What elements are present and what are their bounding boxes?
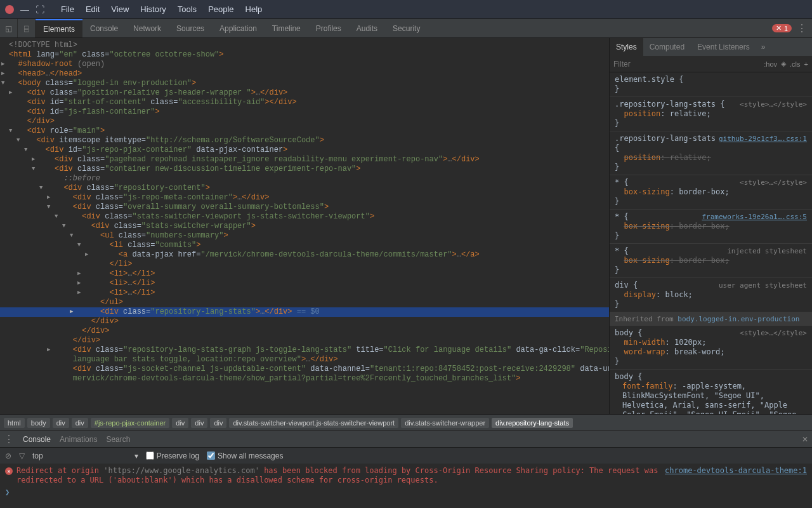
- dom-line[interactable]: ▶ <div class="js-repo-meta-container">…<…: [9, 193, 609, 203]
- tab-console[interactable]: Console: [82, 19, 126, 37]
- console-output[interactable]: ✕ Redirect at origin 'https://www.google…: [0, 464, 812, 508]
- add-rule-button[interactable]: +: [804, 60, 808, 68]
- menu-people[interactable]: People: [208, 4, 233, 14]
- dom-line-selected[interactable]: ▶ <div class="repository-lang-stats">…</…: [0, 307, 609, 317]
- crumb[interactable]: div.stats-switcher-wrapper: [401, 418, 489, 428]
- close-icon[interactable]: [5, 5, 14, 14]
- dom-line[interactable]: ::before: [9, 174, 609, 184]
- tab-application[interactable]: Application: [212, 19, 265, 37]
- menu-tools[interactable]: Tools: [178, 4, 197, 14]
- crumb[interactable]: #js-repo-pjax-container: [91, 418, 170, 428]
- tab-audits[interactable]: Audits: [349, 19, 385, 37]
- sidebar-tab-styles[interactable]: Styles: [610, 38, 643, 56]
- dom-line[interactable]: ▶ <head>…</head>: [9, 69, 609, 79]
- crumb[interactable]: div: [72, 418, 88, 428]
- dom-breadcrumbs[interactable]: html body div div #js-repo-pjax-containe…: [0, 414, 812, 431]
- dom-line[interactable]: ▶ <li>…</li>: [9, 269, 609, 279]
- dom-line[interactable]: ▶ <div class="repository-lang-stats-grap…: [9, 345, 609, 364]
- preserve-log-checkbox[interactable]: Preserve log: [146, 451, 199, 460]
- crumb[interactable]: html: [4, 418, 25, 428]
- dom-line[interactable]: </div>: [9, 317, 609, 326]
- clear-console-icon[interactable]: ⊘: [5, 451, 11, 460]
- style-source[interactable]: injected stylesheet: [727, 246, 807, 256]
- crumb[interactable]: div: [53, 418, 69, 428]
- crumb[interactable]: body: [27, 418, 50, 428]
- sidebar-more-icon[interactable]: »: [756, 38, 771, 56]
- menu-edit[interactable]: Edit: [86, 4, 100, 14]
- tab-sources[interactable]: Sources: [169, 19, 212, 37]
- dom-line[interactable]: ▼ <div itemscope itemtype="http://schema…: [9, 136, 609, 145]
- dom-line[interactable]: ▼ <li class="commits">: [9, 241, 609, 250]
- cls-button[interactable]: .cls: [790, 60, 801, 68]
- style-selector[interactable]: *: [615, 212, 619, 221]
- style-source[interactable]: <style>…</style>: [740, 328, 807, 338]
- style-selector[interactable]: body: [615, 372, 633, 381]
- dom-line[interactable]: ▼ <div class="overall-summary overall-su…: [9, 203, 609, 212]
- dom-line[interactable]: ▼ <div class="stats-switcher-wrapper">: [9, 222, 609, 231]
- crumb-selected[interactable]: div.repository-lang-stats: [492, 418, 573, 428]
- tab-security[interactable]: Security: [385, 19, 428, 37]
- style-selector[interactable]: *: [615, 178, 619, 187]
- style-selector[interactable]: div: [615, 281, 629, 290]
- console-prompt-icon[interactable]: ❯: [5, 488, 807, 497]
- drawer-tab-console[interactable]: Console: [23, 435, 51, 444]
- context-selector[interactable]: top ▾: [32, 451, 138, 460]
- sidebar-tab-computed[interactable]: Computed: [643, 38, 691, 56]
- menu-help[interactable]: Help: [246, 4, 263, 14]
- menu-history[interactable]: History: [140, 4, 166, 14]
- menu-file[interactable]: File: [61, 4, 74, 14]
- device-toggle-icon[interactable]: ⌸: [18, 19, 36, 37]
- style-selector[interactable]: *: [615, 246, 619, 255]
- console-source-link[interactable]: chrome-devtools-darcula-theme:1: [665, 466, 807, 485]
- drawer-tab-animations[interactable]: Animations: [60, 435, 97, 444]
- dom-line[interactable]: ▼ <div class="repository-content">: [9, 184, 609, 193]
- drawer-tab-search[interactable]: Search: [106, 435, 130, 444]
- filter-icon[interactable]: ▽: [19, 451, 25, 460]
- drawer-menu-icon[interactable]: ⋮: [4, 433, 14, 445]
- dom-line[interactable]: ▶ #shadow-root (open): [9, 60, 609, 69]
- show-all-checkbox[interactable]: Show all messages: [207, 451, 283, 460]
- elements-tree[interactable]: <!DOCTYPE html> <html lang="en" class="o…: [0, 38, 609, 414]
- filter-input[interactable]: [613, 60, 760, 69]
- crumb[interactable]: div: [172, 418, 188, 428]
- minimize-icon[interactable]: —: [20, 4, 29, 15]
- dom-line[interactable]: <div class="js-socket-channel js-updatab…: [9, 364, 609, 384]
- hov-button[interactable]: :hov: [764, 60, 777, 68]
- style-selector[interactable]: .repository-lang-stats: [615, 134, 716, 143]
- console-error-message[interactable]: ✕ Redirect at origin 'https://www.google…: [5, 466, 807, 485]
- style-selector[interactable]: .repository-lang-stats: [615, 100, 716, 109]
- menu-view[interactable]: View: [111, 4, 129, 14]
- dom-line[interactable]: ▶ <div class="pagehead repohead instapap…: [9, 155, 609, 164]
- dom-line[interactable]: ▼ <div id="js-repo-pjax-container" data-…: [9, 145, 609, 155]
- styles-pane[interactable]: element.style { } <style>…</style> .repo…: [610, 72, 812, 414]
- dom-line[interactable]: <!DOCTYPE html>: [9, 41, 609, 50]
- dom-line[interactable]: ▶ <li>…</li>: [9, 279, 609, 288]
- style-source[interactable]: <style>…</style>: [740, 100, 807, 109]
- dom-line[interactable]: </ul>: [9, 298, 609, 307]
- maximize-icon[interactable]: ⛶: [36, 4, 44, 15]
- style-selector[interactable]: element.style {: [615, 75, 807, 84]
- pin-icon[interactable]: ◈: [781, 60, 786, 68]
- crumb[interactable]: div.stats-switcher-viewport.js-stats-swi…: [229, 418, 398, 428]
- dom-line[interactable]: ▶ <a data-pjax href="/mervick/chrome-dev…: [9, 250, 609, 260]
- dom-line[interactable]: <div id="js-flash-container">: [9, 107, 609, 117]
- sidebar-tab-events[interactable]: Event Listeners: [691, 38, 756, 56]
- dom-line[interactable]: ▶ <div class="position-relative js-heade…: [9, 88, 609, 98]
- dom-line[interactable]: </li>: [9, 260, 609, 269]
- crumb[interactable]: div: [191, 418, 207, 428]
- tab-timeline[interactable]: Timeline: [265, 19, 308, 37]
- crumb[interactable]: div: [210, 418, 226, 428]
- dom-line[interactable]: </div>: [9, 326, 609, 336]
- dom-line[interactable]: ▼ <body class="logged-in env-production"…: [9, 79, 609, 88]
- dom-line[interactable]: </div>: [9, 117, 609, 126]
- dom-line[interactable]: ▼ <div role="main">: [9, 126, 609, 136]
- more-icon[interactable]: ⋮: [797, 22, 807, 34]
- dom-line[interactable]: ▶ <li>…</li>: [9, 288, 609, 298]
- dom-line[interactable]: </div>: [9, 336, 609, 345]
- drawer-close-icon[interactable]: ✕: [802, 435, 808, 444]
- style-source-link[interactable]: github-29c1cf3….css:1: [719, 134, 807, 144]
- dom-line[interactable]: <div id="start-of-content" class="access…: [9, 98, 609, 107]
- style-source[interactable]: <style>…</style>: [740, 178, 807, 187]
- tab-network[interactable]: Network: [126, 19, 169, 37]
- tab-elements[interactable]: Elements: [36, 19, 82, 37]
